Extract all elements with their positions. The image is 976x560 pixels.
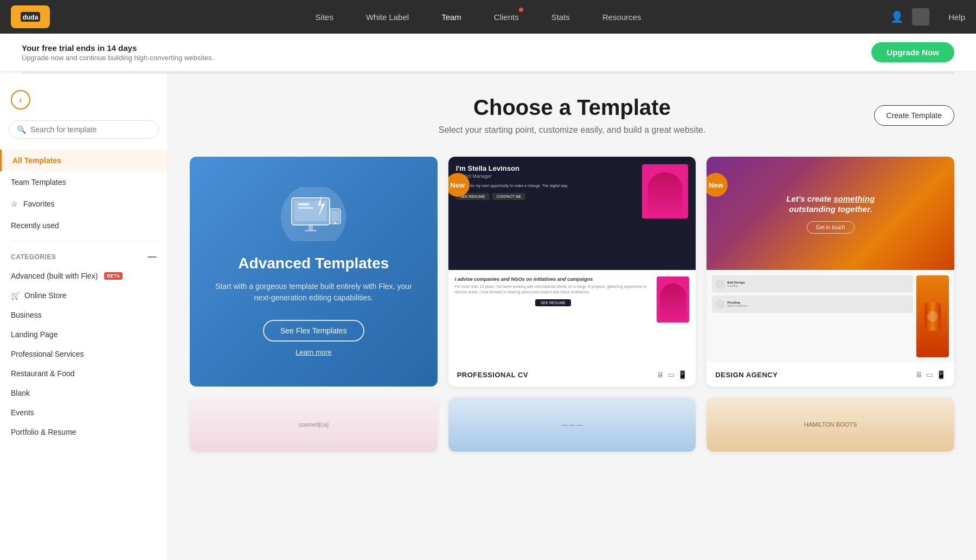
help-link[interactable]: Help: [948, 12, 965, 22]
agency-card-footer: DESIGN AGENCY 🖥 ▭ 📱: [707, 363, 954, 387]
collapse-icon[interactable]: —: [148, 252, 157, 262]
main-content: Choose a Template Select your starting p…: [168, 74, 976, 560]
desktop-icon-2: 🖥: [915, 370, 923, 379]
main-layout: ‹ 🔍 All Templates Team Templates ☆ Favor…: [0, 74, 976, 560]
agency-preview: Let's create something outstanding toget…: [707, 157, 954, 363]
back-button[interactable]: ‹: [11, 90, 30, 110]
cat-events[interactable]: Events: [0, 403, 168, 422]
nav-sites[interactable]: Sites: [299, 0, 350, 34]
cv-card-title: PROFESSIONAL CV: [457, 371, 529, 379]
beta-badge: BETA: [104, 272, 123, 280]
cart-icon: 🛒: [11, 291, 20, 300]
top-navigation: duda Sites White Label Team Clients Stat…: [0, 0, 976, 34]
page-title: Choose a Template: [190, 95, 954, 120]
cat-portfolio-resume[interactable]: Portfolio & Resume: [0, 422, 168, 442]
flex-templates-button[interactable]: See Flex Templates: [263, 320, 364, 342]
categories-header: CATEGORIES —: [0, 246, 168, 266]
template-card-design-agency[interactable]: New Let's create something outstanding t…: [707, 157, 954, 387]
star-icon: ☆: [11, 199, 18, 208]
tablet-icon: ▭: [667, 370, 675, 379]
template-card-professional-cv[interactable]: New I'm Stella Levinson Project Manager …: [448, 157, 696, 387]
nav-whitelabel[interactable]: White Label: [350, 0, 425, 34]
mobile-icon-2: 📱: [936, 370, 946, 379]
upgrade-button[interactable]: Upgrade Now: [871, 42, 954, 62]
logo[interactable]: duda: [11, 5, 50, 28]
svg-rect-8: [309, 225, 313, 230]
avatar[interactable]: [912, 8, 929, 25]
cat-advanced[interactable]: Advanced (built with Flex) BETA: [0, 266, 168, 286]
svg-rect-12: [331, 211, 339, 221]
cat-business[interactable]: Business: [0, 305, 168, 325]
create-template-button[interactable]: Create Template: [874, 105, 954, 126]
sidebar: ‹ 🔍 All Templates Team Templates ☆ Favor…: [0, 74, 168, 560]
cat-professional-services[interactable]: Professional Services: [0, 344, 168, 364]
sidebar-item-recently-used[interactable]: Recently used: [0, 215, 168, 236]
trial-banner: Your free trial ends in 14 days Upgrade …: [0, 34, 976, 72]
svg-text:duda: duda: [23, 14, 38, 21]
nav-team[interactable]: Team: [425, 0, 478, 34]
agency-device-icons: 🖥 ▭ 📱: [915, 370, 946, 379]
sidebar-item-team-templates[interactable]: Team Templates: [0, 171, 168, 193]
content-header: Choose a Template Select your starting p…: [190, 95, 954, 135]
nav-resources[interactable]: Resources: [586, 0, 658, 34]
nav-links: Sites White Label Team Clients Stats Res…: [66, 0, 890, 34]
desktop-icon: 🖥: [657, 370, 664, 379]
categories-label: CATEGORIES: [11, 253, 56, 261]
trial-heading: Your free trial ends in 14 days: [22, 43, 214, 53]
cv-device-icons: 🖥 ▭ 📱: [657, 370, 687, 379]
advanced-templates-card: Advanced Templates Start with a gorgeous…: [190, 157, 438, 387]
mobile-icon: 📱: [678, 370, 687, 379]
page-subtitle: Select your starting point, customize ea…: [190, 125, 954, 135]
cat-online-store[interactable]: 🛒 Online Store: [0, 286, 168, 305]
editor-illustration-svg: [275, 187, 351, 241]
search-icon: 🔍: [17, 125, 26, 134]
advanced-card-title: Advanced Templates: [238, 255, 389, 272]
template-card-cosmetics[interactable]: cosmeti[ca]: [190, 397, 438, 452]
advanced-card-illustration: [275, 187, 351, 247]
cat-blank[interactable]: Blank: [0, 383, 168, 403]
nav-right: 👤 Help: [890, 8, 965, 25]
categories-divider: [11, 241, 157, 241]
tablet-icon-2: ▭: [926, 370, 933, 379]
search-container: 🔍: [9, 120, 159, 139]
svg-rect-7: [298, 207, 313, 209]
trial-subtext: Upgrade now and continue building high-c…: [22, 54, 214, 62]
user-icon[interactable]: 👤: [890, 10, 904, 23]
cat-restaurant-food[interactable]: Restaurant & Food: [0, 364, 168, 383]
cv-card-footer: PROFESSIONAL CV 🖥 ▭ 📱: [448, 363, 696, 387]
search-input[interactable]: [30, 125, 151, 134]
template-card-hamilton[interactable]: HAMILTON BOOTS: [707, 397, 954, 452]
sidebar-item-favorites[interactable]: ☆ Favorites: [0, 193, 168, 215]
trial-text: Your free trial ends in 14 days Upgrade …: [22, 43, 214, 62]
nav-clients[interactable]: Clients: [478, 0, 535, 34]
cv-preview: I'm Stella Levinson Project Manager Look…: [448, 157, 696, 363]
svg-point-13: [334, 222, 336, 224]
learn-more-link[interactable]: Learn more: [296, 348, 331, 356]
svg-rect-9: [305, 230, 317, 231]
agency-card-title: DESIGN AGENCY: [715, 371, 778, 379]
sidebar-item-all-templates[interactable]: All Templates: [0, 150, 168, 171]
cat-landing-page[interactable]: Landing Page: [0, 325, 168, 344]
advanced-card-desc: Start with a gorgeous template built ent…: [206, 281, 421, 304]
templates-grid: Advanced Templates Start with a gorgeous…: [190, 157, 954, 452]
clients-notification-dot: [519, 8, 523, 12]
nav-stats[interactable]: Stats: [535, 0, 586, 34]
template-card-blue[interactable]: — — —: [448, 397, 696, 452]
svg-rect-6: [298, 203, 309, 205]
